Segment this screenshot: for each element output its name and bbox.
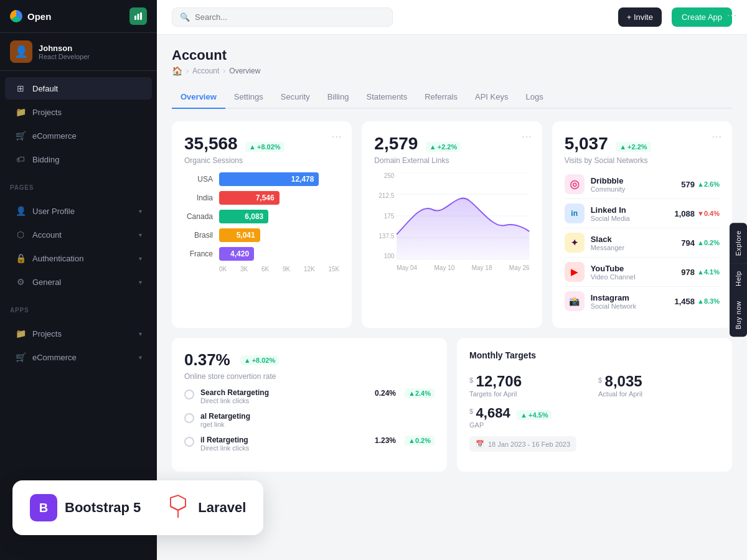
nav-label-default: Default — [32, 84, 142, 93]
youtube-name: YouTube — [591, 264, 636, 273]
target-actual-value: 8,035 — [605, 373, 642, 390]
bar-axis: 0K 3K 6K 9K 12K 15K — [184, 266, 339, 273]
svg-rect-1 — [138, 14, 139, 20]
create-app-button[interactable]: Create App — [672, 7, 732, 27]
user-role: React Developer — [39, 53, 90, 60]
search-icon: 🔍 — [180, 12, 190, 22]
youtube-change: ▲4.1% — [697, 268, 720, 276]
person-icon: 👤 — [15, 205, 26, 217]
ret-name-search: Search Retargeting — [200, 388, 269, 397]
sidebar-item-user-profile[interactable]: 👤 User Profile ▾ — [5, 200, 152, 222]
bar-label-india: India — [184, 194, 213, 202]
tab-logs[interactable]: Logs — [517, 86, 552, 108]
bar-container-brasil: 5,041 — [219, 228, 339, 242]
social-item-youtube: ▶ YouTube Video Channel 978 ▲4.1% — [565, 258, 720, 287]
ret-type-il: Direct link clicks — [200, 444, 249, 452]
sidebar: Open 👤 Johnson React Developer ⊞ Default… — [0, 0, 157, 560]
bar-fill-brasil: 5,041 — [219, 228, 260, 242]
tab-referrals[interactable]: Referrals — [416, 86, 466, 108]
bar-label-france: France — [184, 250, 213, 258]
logo-icon — [10, 10, 22, 22]
sidebar-item-general[interactable]: ⚙ General ▾ — [5, 271, 152, 293]
ret-change-search: ▲2.4% — [405, 388, 435, 398]
arrow-up-icon: ▲ — [249, 143, 256, 151]
search-input[interactable] — [195, 12, 385, 22]
tab-statements[interactable]: Statements — [357, 86, 416, 108]
card-menu-links[interactable]: ··· — [522, 131, 532, 142]
pages-section-label: PAGES — [0, 177, 157, 194]
buy-now-button[interactable]: Buy now — [730, 294, 747, 337]
instagram-value: 1,458 — [674, 297, 695, 306]
arrow-up-icon-links: ▲ — [430, 143, 436, 151]
bar-label-usa: USA — [184, 175, 213, 184]
tab-settings[interactable]: Settings — [225, 86, 272, 108]
explore-button[interactable]: Explore — [730, 223, 747, 263]
line-chart-y-axis: 250 212.5 175 137.5 100 — [374, 172, 394, 259]
bar-row-france: France 4,420 — [184, 247, 339, 261]
targets-header: Monthly Targets — [469, 350, 720, 365]
breadcrumb: 🏠 › Account › Overview — [172, 66, 732, 76]
organic-sessions-card: ··· 35,568 ▲ +8.02% Organic Sessions USA… — [172, 121, 352, 328]
target-actual-header: $ 8,035 — [598, 373, 720, 390]
nav-item-bidding[interactable]: 🏷 Bidding — [5, 148, 152, 170]
nav-item-ecommerce[interactable]: 🛒 eCommerce — [5, 124, 152, 147]
nav-label-ecommerce: eCommerce — [32, 131, 142, 141]
laravel-icon — [166, 493, 190, 523]
sidebar-chart-button[interactable] — [129, 7, 147, 25]
shop-app-icon: 🛒 — [15, 352, 26, 363]
explore-label: Explore — [735, 230, 742, 256]
help-button[interactable]: Help — [730, 263, 747, 294]
ret-circle-al — [184, 413, 194, 423]
user-section: 👤 Johnson React Developer — [0, 33, 157, 71]
domain-links-value: 2,579 — [374, 134, 418, 154]
linkedin-change: ▼0.4% — [697, 210, 720, 217]
axis-12k: 12K — [304, 266, 315, 273]
nav-item-default[interactable]: ⊞ Default — [5, 77, 152, 100]
youtube-stats: 978 ▲4.1% — [681, 268, 720, 277]
y-label-1375: 137.5 — [374, 233, 394, 240]
line-chart-wrapper: 250 212.5 175 137.5 100 — [374, 172, 529, 271]
targets-row: $ 12,706 Targets for April $ 8,035 Actua… — [469, 373, 720, 398]
calendar-icon: 📅 — [476, 440, 484, 448]
card-menu-sessions[interactable]: ··· — [332, 131, 342, 142]
invite-button[interactable]: + Invite — [618, 7, 662, 27]
apps-nav: 📁 Projects ▾ 🛒 eCommerce ▾ — [0, 316, 157, 375]
sidebar-item-projects-app[interactable]: 📁 Projects ▾ — [5, 322, 152, 345]
ret-change-il: ▲0.2% — [405, 436, 435, 446]
bar-fill-canada: 6,083 — [219, 210, 268, 223]
youtube-icon: ▶ — [571, 267, 578, 277]
line-chart-x-axis: May 04 May 10 May 18 May 26 — [397, 264, 529, 271]
b-letter: B — [39, 501, 48, 515]
instagram-avatar: 📸 — [565, 291, 585, 311]
youtube-type: Video Channel — [591, 273, 636, 281]
bootstrap-label: Bootstrap 5 — [65, 500, 141, 516]
sidebar-item-ecommerce-app[interactable]: 🛒 eCommerce ▾ — [5, 346, 152, 368]
dribbble-type: Community — [591, 185, 626, 193]
target-april-header: $ 12,706 — [469, 373, 591, 390]
breadcrumb-home-icon: 🏠 — [172, 66, 182, 76]
tab-overview[interactable]: Overview — [172, 86, 225, 108]
youtube-value: 978 — [681, 268, 695, 277]
x-label-may18: May 18 — [472, 264, 492, 271]
main-nav: ⊞ Default 📁 Projects 🛒 eCommerce 🏷 Biddi… — [0, 71, 157, 177]
domain-links-label: Domain External Links — [374, 156, 529, 165]
axis-0k: 0K — [219, 266, 227, 273]
sidebar-item-authentication[interactable]: 🔒 Authentication ▾ — [5, 247, 152, 269]
tab-billing[interactable]: Billing — [319, 86, 358, 108]
slack-stats: 794 ▲0.2% — [681, 238, 720, 248]
linkedin-value: 1,088 — [674, 209, 695, 218]
sidebar-item-account[interactable]: ⬡ Account ▾ — [5, 223, 152, 246]
nav-item-projects[interactable]: 📁 Projects — [5, 101, 152, 123]
date-range-text: 18 Jan 2023 - 16 Feb 2023 — [488, 441, 570, 448]
card-menu-social[interactable]: ··· — [712, 131, 722, 142]
nav-label-general: General — [32, 278, 133, 287]
breadcrumb-account[interactable]: Account — [192, 67, 219, 75]
social-list: ◎ Dribbble Community 579 ▲2.6% — [565, 170, 720, 315]
nav-label-projects-app: Projects — [32, 329, 133, 338]
chevron-down-icon-ecommerce: ▾ — [139, 354, 142, 361]
tab-security[interactable]: Security — [272, 86, 319, 108]
tab-api-keys[interactable]: API Keys — [466, 86, 517, 108]
date-range-badge: 📅 18 Jan 2023 - 16 Feb 2023 — [469, 436, 576, 452]
x-label-may04: May 04 — [397, 264, 417, 271]
x-label-may26: May 26 — [509, 264, 530, 271]
